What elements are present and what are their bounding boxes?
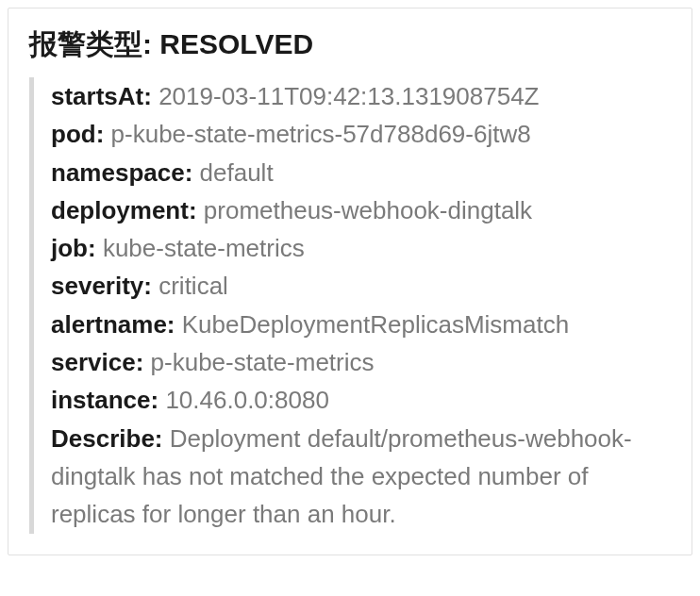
field-row: alertname: KubeDeploymentReplicasMismatc… — [51, 306, 671, 343]
alert-card: 报警类型: RESOLVED startsAt: 2019-03-11T09:4… — [8, 8, 692, 555]
title-label: 报警类型: — [29, 28, 152, 59]
field-row: service: p-kube-state-metrics — [51, 343, 671, 381]
field-value: 2019-03-11T09:42:13.131908754Z — [158, 82, 539, 110]
title-value: RESOLVED — [159, 28, 313, 59]
field-label: service: — [51, 348, 143, 376]
alert-title: 报警类型: RESOLVED — [29, 25, 671, 64]
field-value: 10.46.0.0:8080 — [165, 386, 329, 414]
field-row: instance: 10.46.0.0:8080 — [51, 381, 671, 419]
field-value: p-kube-state-metrics — [151, 348, 375, 376]
field-row: severity: critical — [51, 267, 671, 305]
field-value: kube-state-metrics — [103, 234, 305, 262]
field-label: alertname: — [51, 310, 175, 339]
field-label: deployment: — [51, 196, 197, 224]
field-value: p-kube-state-metrics-57d788d69-6jtw8 — [111, 120, 531, 148]
field-label: instance: — [51, 386, 158, 414]
field-value: prometheus-webhook-dingtalk — [204, 196, 532, 224]
alert-fields: startsAt: 2019-03-11T09:42:13.131908754Z… — [29, 77, 671, 534]
field-row: namespace: default — [51, 154, 671, 191]
field-value: critical — [158, 272, 228, 300]
field-label: severity: — [51, 272, 152, 300]
field-label: job: — [51, 234, 96, 262]
field-row: startsAt: 2019-03-11T09:42:13.131908754Z — [51, 77, 671, 115]
field-label: startsAt: — [51, 82, 152, 110]
field-label: pod: — [51, 120, 104, 148]
field-row: Describe: Deployment default/prometheus-… — [51, 420, 671, 534]
field-label: namespace: — [51, 158, 192, 187]
field-value: KubeDeploymentReplicasMismatch — [182, 310, 569, 339]
field-row: job: kube-state-metrics — [51, 229, 671, 267]
field-value: default — [200, 158, 274, 187]
field-label: Describe: — [51, 424, 163, 453]
field-row: pod: p-kube-state-metrics-57d788d69-6jtw… — [51, 115, 671, 153]
field-row: deployment: prometheus-webhook-dingtalk — [51, 191, 671, 229]
